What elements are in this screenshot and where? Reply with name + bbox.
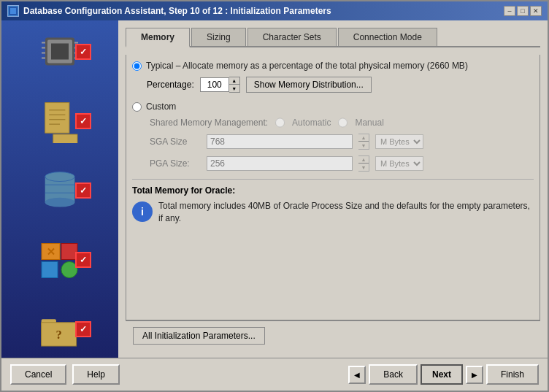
- pga-row: PGA Size: ▲ ▼ M Bytes: [150, 155, 534, 172]
- pga-input[interactable]: [207, 156, 353, 171]
- tab-connection-mode[interactable]: Connection Mode: [338, 28, 437, 46]
- sidebar-item-1: ✓: [34, 28, 85, 75]
- sga-unit-select[interactable]: M Bytes: [375, 134, 423, 149]
- sidebar-item-3: ✓: [34, 166, 85, 214]
- info-text: Total memory includes 40MB of Oracle Pro…: [158, 200, 534, 225]
- typical-radio-row: Typical – Allocate memory as a percentag…: [132, 61, 534, 71]
- svg-rect-13: [45, 102, 69, 133]
- manual-radio[interactable]: [338, 118, 348, 128]
- minimize-button[interactable]: –: [504, 6, 515, 16]
- shared-memory-radio-group: Automatic Manual: [275, 118, 384, 128]
- finish-button[interactable]: Finish: [486, 364, 539, 385]
- sga-label: SGA Size: [150, 137, 201, 147]
- spinner-buttons: ▲ ▼: [229, 77, 240, 93]
- bottom-bar: All Initialization Parameters...: [126, 320, 540, 350]
- right-buttons: ◀ Back Next ▶ Finish: [348, 364, 539, 385]
- help-button[interactable]: Help: [72, 364, 120, 385]
- window-title: Database Configuration Assistant, Step 1…: [23, 6, 331, 16]
- tab-content-memory: Typical – Allocate memory as a percentag…: [126, 55, 540, 320]
- automatic-radio[interactable]: [275, 118, 285, 128]
- tab-character-sets[interactable]: Character Sets: [247, 28, 337, 46]
- custom-label: Custom: [146, 101, 176, 112]
- pga-down[interactable]: ▼: [358, 164, 369, 171]
- typical-radio[interactable]: [132, 61, 142, 71]
- tab-sizing[interactable]: Sizing: [191, 28, 246, 46]
- all-initialization-params-button[interactable]: All Initialization Parameters...: [133, 327, 265, 345]
- cancel-button[interactable]: Cancel: [10, 364, 66, 385]
- svg-rect-1: [10, 8, 16, 14]
- sidebar-item-4: ✓: [34, 236, 85, 283]
- title-bar-left: Database Configuration Assistant, Step 1…: [7, 5, 331, 17]
- typical-label: Typical – Allocate memory as a percentag…: [146, 61, 468, 71]
- total-memory-label: Total Memory for Oracle:: [132, 185, 534, 196]
- info-icon: i: [132, 201, 153, 222]
- spinner-down[interactable]: ▼: [229, 85, 239, 92]
- shared-memory-row: Shared Memory Management: Automatic Manu…: [150, 118, 534, 128]
- custom-section: Shared Memory Management: Automatic Manu…: [138, 118, 534, 172]
- pga-unit-select[interactable]: M Bytes: [375, 156, 423, 171]
- automatic-label: Automatic: [292, 118, 331, 128]
- custom-radio-row: Custom: [132, 101, 534, 112]
- title-bar: Database Configuration Assistant, Step 1…: [1, 1, 548, 20]
- tabs-container: Memory Sizing Character Sets Connection …: [126, 28, 540, 47]
- check-badge-1: ✓: [75, 44, 91, 60]
- percentage-spinner: ▲ ▼: [200, 77, 240, 93]
- percentage-label: Percentage:: [147, 80, 194, 90]
- info-box: i Total memory includes 40MB of Oracle P…: [132, 200, 534, 225]
- check-badge-3: ✓: [75, 182, 91, 199]
- pga-label: PGA Size:: [150, 158, 201, 169]
- sga-up[interactable]: ▲: [358, 134, 369, 142]
- sidebar-item-5: ? ✓: [34, 305, 85, 353]
- check-badge-2: ✓: [75, 113, 91, 129]
- pga-spinner: ▲ ▼: [358, 155, 369, 172]
- total-memory-section: Total Memory for Oracle: i Total memory …: [132, 179, 534, 225]
- percentage-row: Percentage: ▲ ▼ Show Memory Distribution…: [147, 77, 534, 93]
- main-content: ✓ ✓: [1, 20, 548, 358]
- maximize-button[interactable]: □: [517, 6, 529, 16]
- spinner-up[interactable]: ▲: [229, 77, 239, 85]
- title-buttons: – □ ✕: [504, 6, 542, 16]
- sga-row: SGA Size ▲ ▼ M Bytes: [150, 134, 534, 150]
- sidebar: ✓ ✓: [1, 20, 118, 358]
- shared-memory-label: Shared Memory Management:: [150, 118, 268, 128]
- back-button[interactable]: Back: [369, 364, 418, 385]
- check-badge-4: ✓: [75, 252, 91, 268]
- sga-spinner: ▲ ▼: [358, 134, 369, 150]
- pga-up[interactable]: ▲: [358, 156, 369, 164]
- custom-radio[interactable]: [132, 102, 142, 112]
- main-window: Database Configuration Assistant, Step 1…: [0, 0, 549, 392]
- right-panel: Memory Sizing Character Sets Connection …: [118, 20, 548, 358]
- tab-memory[interactable]: Memory: [126, 28, 190, 47]
- svg-rect-19: [53, 134, 77, 143]
- app-icon: [7, 5, 19, 17]
- svg-point-23: [45, 197, 75, 207]
- next-button[interactable]: Next: [421, 364, 463, 385]
- back-nav-left[interactable]: ◀: [348, 366, 366, 384]
- check-badge-5: ✓: [75, 321, 91, 337]
- svg-rect-31: [42, 261, 58, 277]
- percentage-input[interactable]: [200, 77, 229, 92]
- window-bottom: Cancel Help ◀ Back Next ▶ Finish: [1, 358, 548, 391]
- sga-input[interactable]: [207, 134, 353, 149]
- next-nav-right[interactable]: ▶: [466, 366, 483, 384]
- manual-label: Manual: [355, 118, 383, 128]
- svg-text:?: ?: [55, 327, 61, 341]
- left-buttons: Cancel Help: [10, 364, 120, 385]
- sga-down[interactable]: ▼: [358, 142, 369, 149]
- sidebar-item-2: ✓: [34, 97, 85, 145]
- close-button[interactable]: ✕: [530, 6, 542, 16]
- show-memory-distribution-button[interactable]: Show Memory Distribution...: [246, 77, 372, 93]
- svg-rect-4: [51, 43, 69, 59]
